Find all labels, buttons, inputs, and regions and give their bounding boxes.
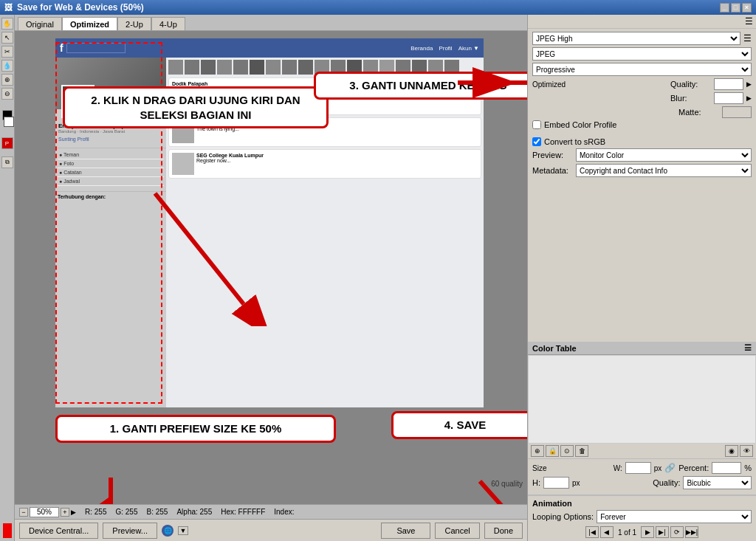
color-table-title: Color Table xyxy=(532,344,577,353)
color-add-btn[interactable]: ⊕ xyxy=(531,445,544,457)
index-value: Index: xyxy=(274,508,294,516)
embed-color-profile-row: Embed Color Profile xyxy=(532,120,752,129)
preview-select[interactable]: Monitor Color xyxy=(576,148,752,162)
tab-bar: Original Optimized 2-Up 4-Up xyxy=(15,15,527,31)
close-button[interactable]: × xyxy=(742,3,752,13)
metadata-label: Metadata: xyxy=(532,166,573,175)
right-panel: ☰ JPEG High ☰ JPEG PNG-8 PNG-24 GIF xyxy=(527,15,756,541)
button-bar: Device Central... Preview... 🌐 ▼ Save Ca… xyxy=(15,519,527,541)
color-delete-btn[interactable]: 🗑 xyxy=(575,445,588,457)
annotation-2: 2. KLIK N DRAG DARI UJUNG KIRI DAN SELEK… xyxy=(63,86,329,128)
px-label-w: px xyxy=(654,464,662,472)
color-web-btn[interactable]: ⊙ xyxy=(560,445,574,457)
annotation-3: 3. GANTI UNNAMED KE JPEG xyxy=(314,72,527,100)
tab-original[interactable]: Original xyxy=(18,17,62,30)
matte-color[interactable] xyxy=(722,106,752,118)
format-select[interactable]: JPEG PNG-8 PNG-24 GIF xyxy=(532,47,752,61)
tab-4up[interactable]: 4-Up xyxy=(151,17,185,30)
width-input[interactable] xyxy=(625,462,651,474)
prev-frame-btn[interactable]: ◀ xyxy=(600,526,614,538)
color-lock-btn[interactable]: 🔒 xyxy=(546,445,559,457)
left-toolbar: ✋ ↖ ✂ 💧 ⊕ ⊖ P ⧉ xyxy=(0,15,15,541)
panel-menu-icon[interactable]: ☰ xyxy=(745,16,753,27)
tab-optimized[interactable]: Optimized xyxy=(62,17,117,30)
loop-btn[interactable]: ⟳ xyxy=(670,526,684,538)
looping-select[interactable]: Forever xyxy=(597,510,752,523)
color-table-menu[interactable]: ☰ xyxy=(744,343,752,353)
next-frame-btn[interactable]: ▶| xyxy=(656,526,669,538)
blur-input[interactable]: 0 xyxy=(714,92,743,104)
percent-input[interactable]: 100 xyxy=(712,462,741,474)
annotation-4: 4. SAVE xyxy=(391,411,527,439)
first-frame-btn[interactable]: |◀ xyxy=(585,526,599,538)
blur-row: Blur: 0 ▶ xyxy=(532,92,752,104)
convert-srgb-checkbox[interactable] xyxy=(532,137,541,146)
annotation-1: 1. GANTI PREFIEW SIZE KE 50% xyxy=(55,415,336,443)
arrow-1 xyxy=(89,470,162,504)
metadata-row: Metadata: Copyright and Contact Info xyxy=(532,164,752,177)
select-tool[interactable]: ↖ xyxy=(1,32,13,44)
link-icon[interactable]: 🔗 xyxy=(664,463,676,473)
metadata-select[interactable]: Copyright and Contact Info xyxy=(576,164,752,177)
device-central-button[interactable]: Device Central... xyxy=(19,523,98,539)
preview-button[interactable]: Preview... xyxy=(103,523,157,539)
percent-label: Percent: xyxy=(678,464,709,472)
canvas-area: f BerandaProfilAkun ▼ xyxy=(15,31,527,504)
r-value: R: 255 xyxy=(85,508,106,516)
done-button[interactable]: Done xyxy=(484,523,523,539)
height-input[interactable]: 737 xyxy=(543,477,569,489)
quality-arrow-btn[interactable]: ▶ xyxy=(746,80,752,88)
quality-select[interactable]: Bicubic xyxy=(683,476,752,489)
browser-icon: 🌐 xyxy=(162,525,173,537)
g-value: G: 255 xyxy=(115,508,137,516)
save-button[interactable]: Save xyxy=(381,523,430,539)
quality-text: 60 quality xyxy=(491,480,523,488)
color-eye-btn[interactable]: 👁 xyxy=(740,445,753,457)
maximize-button[interactable]: □ xyxy=(731,3,740,13)
red-indicator xyxy=(3,523,12,538)
quality-row: Optimized Quality: 60 ▶ xyxy=(532,78,752,90)
play-btn[interactable]: ▶ xyxy=(641,526,654,538)
color-table-actions: ⊕ 🔒 ⊙ 🗑 ◉ 👁 xyxy=(528,444,756,459)
eyedropper-tool[interactable]: 💧 xyxy=(1,60,13,72)
optimized-label: Optimized xyxy=(532,80,566,89)
zoom-out-btn[interactable]: − xyxy=(19,508,28,517)
alpha-value: Alpha: 255 xyxy=(176,508,212,516)
frame-info: 1 of 1 xyxy=(618,528,636,537)
browser-arrow[interactable]: ▼ xyxy=(178,526,188,535)
last-frame-btn[interactable]: ▶▶| xyxy=(685,526,698,538)
h-label: H: xyxy=(532,478,540,487)
quality-select-label: Quality: xyxy=(653,478,680,487)
minimize-button[interactable]: _ xyxy=(720,3,729,13)
convert-srgb-row: Convert to sRGB xyxy=(532,137,752,146)
zoom-in-tool[interactable]: ⊕ xyxy=(1,74,13,86)
format-row: JPEG PNG-8 PNG-24 GIF xyxy=(532,47,752,61)
cancel-button[interactable]: Cancel xyxy=(435,523,479,539)
preview-tool[interactable]: P xyxy=(1,137,13,149)
tab-2up[interactable]: 2-Up xyxy=(117,17,151,30)
preview-label: Preview: xyxy=(532,151,573,159)
zoom-input[interactable] xyxy=(30,507,59,517)
zoom-in-btn[interactable]: + xyxy=(61,508,69,517)
hand-tool[interactable]: ✋ xyxy=(1,18,13,30)
crop-tool[interactable]: ✂ xyxy=(1,46,13,58)
color-bg[interactable] xyxy=(4,117,14,127)
b-value: B: 255 xyxy=(147,508,168,516)
playback-controls: |◀ ◀ 1 of 1 ▶ ▶| ⟳ ▶▶| xyxy=(532,526,752,538)
blur-arrow-btn[interactable]: ▶ xyxy=(746,94,752,102)
px-label-h: px xyxy=(572,479,580,487)
preset-menu[interactable]: ☰ xyxy=(743,33,752,44)
preset-select[interactable]: JPEG High xyxy=(532,32,740,45)
zoom-out-tool[interactable]: ⊖ xyxy=(1,88,13,100)
zoom-arrow[interactable]: ▶ xyxy=(71,509,76,516)
embed-color-profile-label: Embed Color Profile xyxy=(544,120,616,129)
matte-label: Matte: xyxy=(678,108,719,117)
slice-tool[interactable]: ⧉ xyxy=(1,156,13,168)
app-icon: 🖼 xyxy=(4,3,13,12)
embed-color-profile-checkbox[interactable] xyxy=(532,120,541,129)
color-snap-btn[interactable]: ◉ xyxy=(725,445,738,457)
options-select[interactable]: Progressive Baseline xyxy=(532,63,752,76)
quality-input[interactable]: 60 xyxy=(714,78,743,90)
zoom-control[interactable]: − + ▶ xyxy=(19,507,76,517)
percent-sign: % xyxy=(744,464,752,472)
